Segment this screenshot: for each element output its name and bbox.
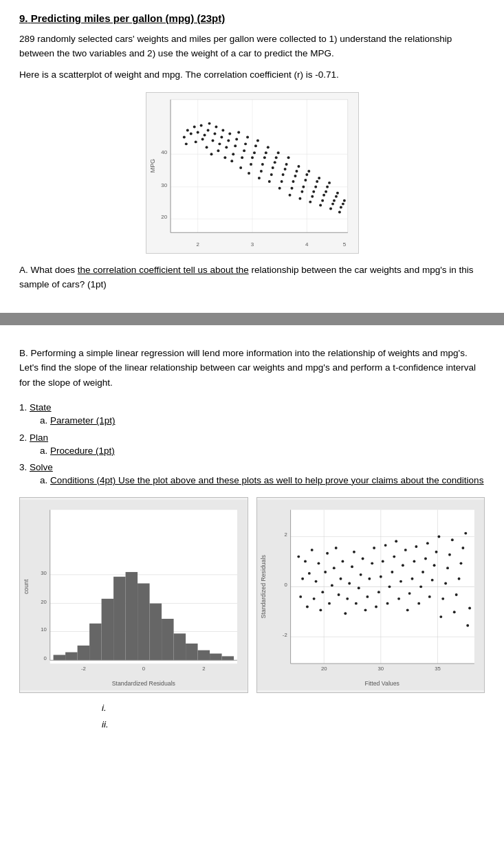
svg-text:2: 2 (284, 532, 287, 538)
svg-text:0: 0 (142, 666, 146, 672)
svg-rect-127 (102, 599, 113, 660)
sub-text-3a: Conditions (4pt) Use the plot above and … (50, 475, 483, 485)
svg-point-179 (348, 582, 351, 585)
sub-item-1a: a. Parameter (1pt) (40, 414, 485, 428)
svg-point-156 (297, 556, 300, 558)
svg-point-212 (421, 571, 424, 573)
question-section: 9. Predicting miles per gallon (mpg) (23… (0, 0, 504, 313)
svg-point-172 (332, 567, 335, 569)
svg-point-163 (312, 597, 315, 600)
svg-point-158 (301, 578, 304, 580)
svg-point-43 (235, 138, 238, 140)
svg-point-21 (196, 131, 199, 133)
svg-point-191 (375, 606, 377, 608)
svg-point-169 (326, 552, 329, 555)
svg-point-201 (397, 597, 400, 600)
roman-i: i. (102, 700, 485, 716)
plots-row: count Standardized Residuals 0 10 20 30 … (19, 497, 485, 693)
svg-point-194 (381, 560, 384, 563)
svg-text:10: 10 (41, 627, 47, 633)
svg-rect-124 (65, 652, 77, 661)
svg-text:0: 0 (284, 582, 287, 588)
svg-rect-133 (174, 634, 186, 661)
part-a-question: What does the correlation coefficient te… (19, 265, 474, 289)
svg-text:5: 5 (342, 241, 346, 248)
svg-point-16 (186, 129, 188, 131)
list-label-plan: Plan (30, 432, 48, 443)
residuals-plot: Standardized Residuals Fitted Values 2 0… (256, 497, 485, 693)
b-intro-text: Performing a simple linear regression wi… (19, 348, 476, 388)
svg-point-210 (417, 602, 420, 605)
svg-point-34 (220, 135, 223, 138)
svg-point-82 (302, 186, 305, 188)
svg-point-170 (328, 602, 331, 605)
sub-text-1a: Parameter (1pt) (50, 415, 116, 426)
section-divider (0, 313, 504, 325)
svg-point-35 (221, 129, 224, 131)
svg-point-182 (354, 602, 357, 605)
svg-point-226 (452, 611, 455, 613)
svg-point-205 (406, 609, 408, 612)
svg-point-84 (305, 173, 308, 176)
svg-point-56 (257, 177, 260, 179)
svg-point-38 (227, 139, 230, 142)
svg-rect-137 (222, 657, 234, 661)
svg-point-83 (304, 179, 307, 182)
list-num-2: 2. (19, 432, 30, 443)
svg-text:Standardized Residuals: Standardized Residuals (259, 555, 266, 619)
svg-point-52 (251, 156, 254, 159)
svg-point-17 (184, 142, 187, 145)
svg-point-70 (281, 173, 284, 176)
svg-point-73 (287, 156, 289, 159)
svg-point-197 (388, 586, 391, 589)
svg-point-227 (454, 593, 457, 596)
svg-text:20: 20 (320, 666, 327, 672)
svg-point-204 (404, 549, 406, 551)
svg-text:-2: -2 (282, 632, 287, 638)
svg-point-206 (408, 592, 410, 595)
svg-point-180 (351, 565, 353, 568)
svg-point-31 (215, 125, 217, 128)
svg-point-208 (413, 560, 415, 563)
svg-point-55 (256, 139, 259, 142)
svg-point-175 (339, 578, 342, 580)
svg-point-99 (331, 202, 334, 205)
roman-i-text: i. (102, 703, 107, 713)
svg-point-36 (223, 156, 226, 159)
svg-rect-123 (54, 655, 65, 661)
sub-list-3: a. Conditions (4pt) Use the plot above a… (19, 474, 485, 487)
svg-text:4: 4 (305, 241, 309, 248)
question-number: 9. (19, 12, 28, 24)
svg-point-159 (304, 560, 307, 563)
svg-point-79 (297, 165, 300, 168)
y-axis-label: MPG (149, 159, 156, 173)
svg-point-85 (307, 170, 310, 173)
numbered-list: 1. State a. Parameter (1pt) 2. Plan a. P… (19, 402, 485, 487)
histogram-plot: count Standardized Residuals 0 10 20 30 … (19, 497, 248, 693)
svg-point-215 (428, 595, 430, 598)
part-a: A. What does the correlation coefficient… (19, 263, 485, 292)
svg-point-48 (244, 142, 247, 145)
svg-point-174 (337, 593, 340, 596)
section-b-intro: B. Performing a simple linear regression… (19, 346, 485, 391)
svg-point-27 (208, 122, 210, 124)
svg-point-39 (228, 132, 231, 135)
svg-point-222 (444, 582, 447, 585)
svg-point-232 (466, 624, 469, 627)
svg-point-192 (377, 591, 380, 593)
svg-point-193 (379, 575, 382, 578)
svg-point-40 (230, 160, 233, 162)
scatterplot-svg: MPG 2 3 4 5 20 30 40 (146, 93, 358, 253)
svg-point-217 (432, 564, 435, 567)
svg-point-167 (321, 591, 324, 593)
histogram-svg: count Standardized Residuals 0 10 20 30 … (20, 498, 248, 692)
svg-point-72 (285, 163, 287, 166)
svg-point-216 (430, 579, 433, 582)
svg-rect-128 (113, 577, 125, 661)
svg-rect-129 (126, 572, 138, 660)
svg-point-88 (312, 190, 315, 193)
svg-point-203 (401, 564, 404, 567)
residuals-svg: Standardized Residuals Fitted Values 2 0… (257, 498, 485, 692)
list-item-3: 3. Solve a. Conditions (4pt) Use the plo… (19, 462, 485, 487)
roman-ii: ii. (102, 716, 485, 733)
